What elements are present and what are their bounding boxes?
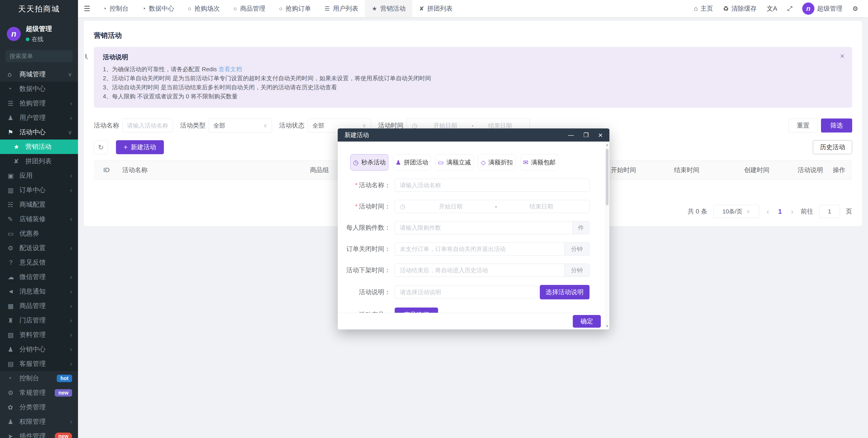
new-activity-button[interactable]: + 新建活动: [116, 140, 164, 154]
limit-per-person-input[interactable]: [395, 221, 572, 234]
sidebar-item[interactable]: ⚙配送设置‹: [0, 241, 78, 255]
sidebar-item[interactable]: ♟分销中心‹: [0, 342, 78, 357]
translate-button[interactable]: 文A: [767, 4, 777, 13]
sidebar-item-label: 应用: [20, 171, 70, 180]
sidebar-item-label: 优惠券: [20, 229, 72, 238]
type-card-拼团活动[interactable]: ♟拼团活动: [393, 154, 431, 171]
nav-tab-拼团列表[interactable]: ✘拼团列表: [412, 0, 459, 17]
minimize-icon[interactable]: —: [568, 132, 574, 138]
activity-description-input[interactable]: [395, 286, 537, 299]
confirm-button[interactable]: 确定: [573, 315, 601, 328]
sidebar-item[interactable]: ➤插件管理new: [0, 429, 78, 438]
fullscreen-button[interactable]: ⤢: [787, 5, 792, 12]
sidebar-item[interactable]: ▭优惠券: [0, 226, 78, 241]
current-page[interactable]: 1: [776, 208, 784, 215]
sidebar-item[interactable]: ✿分类管理: [0, 400, 78, 414]
goto-page-input[interactable]: [819, 205, 840, 218]
status-label: 在线: [32, 35, 43, 43]
column-header: 结束时间: [673, 166, 743, 174]
sidebar-item[interactable]: ★营销活动: [0, 140, 78, 154]
form-row-order-close-time: 订单关闭时间：分钟: [338, 242, 610, 256]
sidebar-item[interactable]: ◄消息通知‹: [0, 284, 78, 299]
nav-tab-营销活动[interactable]: ★营销活动: [365, 0, 412, 17]
sidebar-item[interactable]: ⌂商城管理∨: [0, 67, 78, 82]
home-link[interactable]: ⌂ 主页: [694, 4, 713, 13]
sidebar-item[interactable]: ▧资料管理‹: [0, 328, 78, 342]
activity-form: *活动名称：*活动时间：◷开始日期-结束日期每人限购件数：件订单关闭时间：分钟活…: [338, 179, 610, 313]
type-card-满额包邮[interactable]: ✉满额包邮: [520, 154, 558, 171]
sidebar-item[interactable]: ▥订单中心‹: [0, 183, 78, 197]
required-asterisk: *: [355, 311, 358, 313]
sidebar-item[interactable]: ✘拼团列表: [0, 154, 78, 169]
menu-search[interactable]: [5, 50, 72, 62]
activity-type-select[interactable]: 全部 ∨: [209, 118, 272, 133]
activity-time-range-picker[interactable]: ◷开始日期-结束日期: [395, 200, 590, 213]
maximize-icon[interactable]: ❐: [583, 132, 589, 138]
sidebar-item-label: 商城配置: [20, 200, 72, 209]
reset-button[interactable]: 重置: [788, 118, 818, 133]
sidebar-item[interactable]: ☵商城配置: [0, 197, 78, 212]
nav-tab-抢购场次[interactable]: ○抢购场次: [181, 0, 226, 17]
sidebar-item[interactable]: ⚙常规管理new: [0, 385, 78, 400]
type-card-秒杀活动[interactable]: ◷秒杀活动: [350, 154, 388, 171]
sidebar-item[interactable]: ✎店铺装修‹: [0, 212, 78, 226]
brush-icon: ✎: [8, 215, 20, 223]
coupon-minus-icon: ▭: [438, 159, 444, 166]
type-card-满额折扣[interactable]: ◇满额折扣: [478, 154, 516, 171]
sidebar-item[interactable]: ◔控制台hot: [0, 371, 78, 385]
sidebar-item[interactable]: ☰抢购管理‹: [0, 96, 78, 111]
nav-tab-数据中心[interactable]: ◔数据中心: [135, 0, 181, 17]
page-size-select[interactable]: 10条/页 ∨: [713, 205, 759, 218]
user-menu[interactable]: n 超级管理: [802, 2, 842, 15]
sidebar-item[interactable]: ♟权限管理‹: [0, 414, 78, 429]
sidebar-item-label: 常规管理: [20, 388, 55, 397]
menu-search-input[interactable]: [9, 53, 85, 60]
chevron-left-icon: ‹: [70, 360, 72, 368]
sidebar-item[interactable]: ⚑活动中心∨: [0, 125, 78, 140]
nav-tab-用户列表[interactable]: ☰用户列表: [318, 0, 365, 17]
sidebar-item[interactable]: ♜门店管理‹: [0, 313, 78, 328]
next-page-button[interactable]: ›: [789, 207, 795, 216]
refresh-button[interactable]: ↻: [94, 140, 108, 154]
prev-page-button[interactable]: ‹: [765, 207, 770, 216]
sidebar-item[interactable]: ◔数据中心: [0, 82, 78, 96]
dialog-header[interactable]: 新建活动 — ❐ ×: [338, 128, 610, 142]
type-card-满额立减[interactable]: ▭满额立减: [435, 154, 473, 171]
nav-tab-控制台[interactable]: ◔控制台: [96, 0, 135, 17]
gear-icon: ⚙: [852, 5, 858, 12]
sidebar-item[interactable]: ▣应用‹: [0, 169, 78, 183]
close-icon[interactable]: ×: [840, 52, 844, 60]
filter-button[interactable]: 筛选: [821, 118, 852, 133]
hamburger-icon[interactable]: ☰: [78, 0, 96, 17]
history-activities-button[interactable]: 历史活动: [813, 140, 852, 154]
order-close-time-input[interactable]: [395, 242, 564, 256]
sliders-icon: ☵: [8, 201, 20, 208]
clear-cache-button[interactable]: ♻ 清除缓存: [723, 4, 757, 13]
status-select-value: 全部: [312, 122, 324, 129]
scroll-down-icon[interactable]: ▼: [605, 323, 609, 329]
activity-name-input[interactable]: [395, 179, 590, 192]
nav-tab-抢购订单[interactable]: ○抢购订单: [272, 0, 318, 17]
dialog-scrollbar[interactable]: ▲ ▼: [605, 142, 610, 329]
scrollbar-thumb[interactable]: [606, 149, 609, 205]
form-row-activity-name: *活动名称：: [338, 179, 610, 192]
scroll-up-icon[interactable]: ▲: [605, 142, 609, 148]
activity-name-input[interactable]: [122, 118, 173, 133]
close-icon[interactable]: ×: [598, 131, 602, 139]
sidebar-item[interactable]: ▦商品管理‹: [0, 299, 78, 313]
activity-description-select-button[interactable]: 选择活动说明: [540, 285, 590, 299]
view-docs-link[interactable]: 查看文档: [218, 66, 242, 72]
chevron-left-icon: ‹: [70, 100, 72, 107]
sidebar-item[interactable]: ☁微信管理‹: [0, 270, 78, 284]
filter-status-label: 活动状态: [279, 121, 305, 130]
column-header: ID: [94, 167, 121, 174]
settings-button[interactable]: ⚙: [852, 5, 858, 12]
activity-offline-time-input[interactable]: [395, 264, 564, 277]
sidebar-item[interactable]: ▤客服管理‹: [0, 357, 78, 371]
badge-new: new: [55, 433, 72, 438]
gauge-icon: ◔: [8, 85, 20, 92]
nav-tab-商品管理[interactable]: ○商品管理: [226, 0, 272, 17]
sidebar-item[interactable]: ？意见反馈: [0, 255, 78, 270]
activity-product-select-button[interactable]: 产品选择: [395, 308, 438, 313]
sidebar-item[interactable]: ♟用户管理‹: [0, 111, 78, 125]
